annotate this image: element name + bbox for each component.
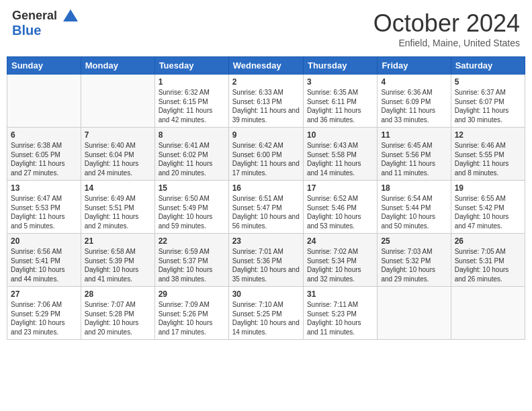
day-number: 1 <box>159 77 225 87</box>
day-of-week-header: Wednesday <box>228 57 303 75</box>
day-number: 11 <box>381 130 447 140</box>
page-header: General Blue October 2024 Enfield, Maine… <box>7 7 525 51</box>
day-content: Sunrise: 6:35 AM Sunset: 6:11 PM Dayligh… <box>307 88 373 124</box>
calendar-cell: 28Sunrise: 7:07 AM Sunset: 5:28 PM Dayli… <box>81 287 154 340</box>
day-number: 13 <box>11 183 77 193</box>
day-content: Sunrise: 6:58 AM Sunset: 5:39 PM Dayligh… <box>85 247 151 283</box>
calendar-cell: 22Sunrise: 6:59 AM Sunset: 5:37 PM Dayli… <box>154 234 228 287</box>
calendar-cell: 21Sunrise: 6:58 AM Sunset: 5:39 PM Dayli… <box>81 234 154 287</box>
day-content: Sunrise: 6:56 AM Sunset: 5:41 PM Dayligh… <box>11 247 77 283</box>
logo-triangle-icon <box>63 9 78 21</box>
day-number: 20 <box>11 236 77 246</box>
day-number: 14 <box>85 183 151 193</box>
calendar-cell: 23Sunrise: 7:01 AM Sunset: 5:36 PM Dayli… <box>228 234 303 287</box>
calendar-cell: 27Sunrise: 7:06 AM Sunset: 5:29 PM Dayli… <box>7 287 81 340</box>
calendar-week-row: 20Sunrise: 6:56 AM Sunset: 5:41 PM Dayli… <box>7 234 525 287</box>
day-number: 18 <box>381 183 447 193</box>
day-number: 31 <box>307 289 373 299</box>
calendar-cell: 6Sunrise: 6:38 AM Sunset: 6:05 PM Daylig… <box>7 128 81 181</box>
logo-text-blue: Blue <box>12 23 41 38</box>
calendar-cell: 31Sunrise: 7:11 AM Sunset: 5:23 PM Dayli… <box>303 287 377 340</box>
day-number: 16 <box>232 183 300 193</box>
calendar-cell: 30Sunrise: 7:10 AM Sunset: 5:25 PM Dayli… <box>228 287 303 340</box>
calendar-cell: 8Sunrise: 6:41 AM Sunset: 6:02 PM Daylig… <box>154 128 228 181</box>
calendar-cell: 2Sunrise: 6:33 AM Sunset: 6:13 PM Daylig… <box>228 75 303 128</box>
day-content: Sunrise: 7:03 AM Sunset: 5:32 PM Dayligh… <box>381 247 447 283</box>
day-number: 9 <box>232 130 300 140</box>
day-content: Sunrise: 7:01 AM Sunset: 5:36 PM Dayligh… <box>232 247 300 283</box>
day-content: Sunrise: 7:05 AM Sunset: 5:31 PM Dayligh… <box>455 247 521 283</box>
day-content: Sunrise: 6:40 AM Sunset: 6:04 PM Dayligh… <box>85 141 151 177</box>
day-content: Sunrise: 6:51 AM Sunset: 5:47 PM Dayligh… <box>232 194 300 230</box>
calendar-week-row: 27Sunrise: 7:06 AM Sunset: 5:29 PM Dayli… <box>7 287 525 340</box>
calendar-cell: 15Sunrise: 6:50 AM Sunset: 5:49 PM Dayli… <box>154 181 228 234</box>
day-number: 25 <box>381 236 447 246</box>
day-number: 15 <box>159 183 225 193</box>
day-number: 7 <box>85 130 151 140</box>
day-content: Sunrise: 7:02 AM Sunset: 5:34 PM Dayligh… <box>307 247 373 283</box>
day-number: 23 <box>232 236 300 246</box>
day-content: Sunrise: 6:43 AM Sunset: 5:58 PM Dayligh… <box>307 141 373 177</box>
day-number: 27 <box>11 289 77 299</box>
day-number: 30 <box>232 289 300 299</box>
day-content: Sunrise: 6:37 AM Sunset: 6:07 PM Dayligh… <box>455 88 521 124</box>
location: Enfield, Maine, United States <box>373 38 520 48</box>
day-number: 5 <box>455 77 521 87</box>
day-content: Sunrise: 7:10 AM Sunset: 5:25 PM Dayligh… <box>232 300 300 336</box>
calendar-cell: 17Sunrise: 6:52 AM Sunset: 5:46 PM Dayli… <box>303 181 377 234</box>
calendar-cell <box>451 287 525 340</box>
svg-marker-0 <box>63 9 78 21</box>
day-content: Sunrise: 7:07 AM Sunset: 5:28 PM Dayligh… <box>85 300 151 336</box>
day-content: Sunrise: 6:42 AM Sunset: 6:00 PM Dayligh… <box>232 141 300 177</box>
calendar-cell: 20Sunrise: 6:56 AM Sunset: 5:41 PM Dayli… <box>7 234 81 287</box>
calendar-table: SundayMondayTuesdayWednesdayThursdayFrid… <box>7 56 525 340</box>
logo: General Blue <box>12 9 78 38</box>
calendar-cell: 29Sunrise: 7:09 AM Sunset: 5:26 PM Dayli… <box>154 287 228 340</box>
day-content: Sunrise: 7:09 AM Sunset: 5:26 PM Dayligh… <box>159 300 225 336</box>
day-content: Sunrise: 6:59 AM Sunset: 5:37 PM Dayligh… <box>159 247 225 283</box>
calendar-cell: 18Sunrise: 6:54 AM Sunset: 5:44 PM Dayli… <box>378 181 451 234</box>
day-number: 24 <box>307 236 373 246</box>
month-title: October 2024 <box>373 9 520 38</box>
calendar-cell: 13Sunrise: 6:47 AM Sunset: 5:53 PM Dayli… <box>7 181 81 234</box>
calendar-cell: 24Sunrise: 7:02 AM Sunset: 5:34 PM Dayli… <box>303 234 377 287</box>
calendar-cell: 7Sunrise: 6:40 AM Sunset: 6:04 PM Daylig… <box>81 128 154 181</box>
calendar-week-row: 13Sunrise: 6:47 AM Sunset: 5:53 PM Dayli… <box>7 181 525 234</box>
day-number: 19 <box>455 183 521 193</box>
day-content: Sunrise: 7:06 AM Sunset: 5:29 PM Dayligh… <box>11 300 77 336</box>
day-content: Sunrise: 6:55 AM Sunset: 5:42 PM Dayligh… <box>455 194 521 230</box>
day-content: Sunrise: 6:32 AM Sunset: 6:15 PM Dayligh… <box>159 88 225 124</box>
day-number: 21 <box>85 236 151 246</box>
calendar-cell: 12Sunrise: 6:46 AM Sunset: 5:55 PM Dayli… <box>451 128 525 181</box>
day-number: 28 <box>85 289 151 299</box>
day-of-week-header: Monday <box>81 57 154 75</box>
day-content: Sunrise: 6:46 AM Sunset: 5:55 PM Dayligh… <box>455 141 521 177</box>
calendar-cell: 5Sunrise: 6:37 AM Sunset: 6:07 PM Daylig… <box>451 75 525 128</box>
day-content: Sunrise: 7:11 AM Sunset: 5:23 PM Dayligh… <box>307 300 373 336</box>
day-of-week-header: Friday <box>378 57 451 75</box>
day-content: Sunrise: 6:45 AM Sunset: 5:56 PM Dayligh… <box>381 141 447 177</box>
day-number: 17 <box>307 183 373 193</box>
calendar-cell: 11Sunrise: 6:45 AM Sunset: 5:56 PM Dayli… <box>378 128 451 181</box>
day-content: Sunrise: 6:36 AM Sunset: 6:09 PM Dayligh… <box>381 88 447 124</box>
day-number: 4 <box>381 77 447 87</box>
calendar-header-row: SundayMondayTuesdayWednesdayThursdayFrid… <box>7 57 525 75</box>
day-content: Sunrise: 6:54 AM Sunset: 5:44 PM Dayligh… <box>381 194 447 230</box>
day-number: 2 <box>232 77 300 87</box>
day-number: 29 <box>159 289 225 299</box>
day-of-week-header: Thursday <box>303 57 377 75</box>
day-number: 3 <box>307 77 373 87</box>
day-content: Sunrise: 6:38 AM Sunset: 6:05 PM Dayligh… <box>11 141 77 177</box>
day-content: Sunrise: 6:47 AM Sunset: 5:53 PM Dayligh… <box>11 194 77 230</box>
day-number: 6 <box>11 130 77 140</box>
calendar-cell: 19Sunrise: 6:55 AM Sunset: 5:42 PM Dayli… <box>451 181 525 234</box>
calendar-cell: 26Sunrise: 7:05 AM Sunset: 5:31 PM Dayli… <box>451 234 525 287</box>
day-content: Sunrise: 6:49 AM Sunset: 5:51 PM Dayligh… <box>85 194 151 230</box>
calendar-week-row: 1Sunrise: 6:32 AM Sunset: 6:15 PM Daylig… <box>7 75 525 128</box>
calendar-cell: 16Sunrise: 6:51 AM Sunset: 5:47 PM Dayli… <box>228 181 303 234</box>
calendar-cell <box>81 75 154 128</box>
calendar-cell: 25Sunrise: 7:03 AM Sunset: 5:32 PM Dayli… <box>378 234 451 287</box>
calendar-cell <box>7 75 81 128</box>
day-number: 8 <box>159 130 225 140</box>
day-content: Sunrise: 6:33 AM Sunset: 6:13 PM Dayligh… <box>232 88 300 124</box>
